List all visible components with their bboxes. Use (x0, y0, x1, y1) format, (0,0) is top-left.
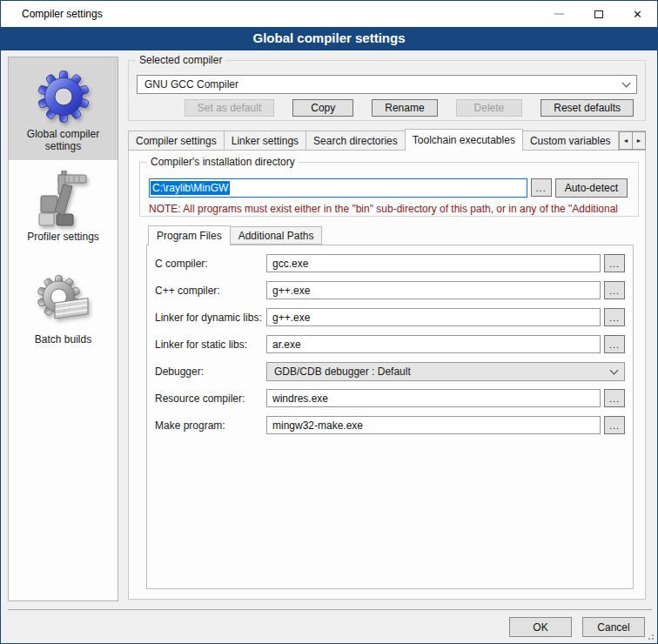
field-row-linker-static: Linker for static libs: ... (155, 335, 625, 353)
close-icon: ✕ (633, 9, 642, 20)
tab-custom-variables[interactable]: Custom variables (522, 131, 619, 151)
title-bar: Compiler settings ✕ (1, 1, 657, 27)
close-button[interactable]: ✕ (618, 1, 657, 27)
field-row-cpp-compiler: C++ compiler: ... (155, 281, 625, 299)
tab-compiler-settings[interactable]: Compiler settings (128, 131, 225, 151)
field-row-make-program: Make program: ... (155, 416, 625, 434)
compiler-settings-dialog: Compiler settings ✕ Global compiler sett… (0, 0, 658, 644)
cancel-button[interactable]: Cancel (582, 617, 645, 637)
settings-tabs: Compiler settings Linker settings Search… (128, 129, 646, 151)
field-row-resource-compiler: Resource compiler: ... (155, 389, 625, 407)
sidebar-item-profiler-settings[interactable]: Profiler settings (9, 160, 118, 263)
field-row-debugger: Debugger: GDB/CDB debugger : Default (155, 362, 625, 380)
auto-detect-button[interactable]: Auto-detect (555, 178, 628, 198)
cpp-compiler-browse-button[interactable]: ... (604, 281, 625, 299)
page-title: Global compiler settings (1, 27, 657, 50)
ok-button[interactable]: OK (509, 617, 572, 637)
sidebar-item-label: Profiler settings (24, 231, 103, 243)
debugger-select[interactable]: GDB/CDB debugger : Default (266, 362, 625, 381)
field-label: Debugger: (155, 366, 266, 378)
tab-program-files[interactable]: Program Files (148, 225, 231, 245)
program-tabs: Program Files Additional Paths (148, 225, 645, 245)
compiler-select-value: GNU GCC Compiler (144, 78, 623, 91)
footer-divider (8, 609, 652, 610)
resource-compiler-browse-button[interactable]: ... (604, 389, 625, 407)
tab-toolchain-executables[interactable]: Toolchain executables (405, 129, 523, 151)
window-title: Compiler settings (22, 8, 103, 20)
linker-static-browse-button[interactable]: ... (604, 335, 625, 353)
tab-linker-settings[interactable]: Linker settings (224, 131, 306, 151)
reset-defaults-button[interactable]: Reset defaults (540, 99, 634, 117)
selected-compiler-group: Selected compiler GNU GCC Compiler Set a… (128, 60, 646, 121)
toolchain-executables-page: Compiler's installation directory C:\ray… (128, 150, 646, 600)
resize-grip-icon[interactable] (645, 631, 654, 640)
installation-directory-group: Compiler's installation directory C:\ray… (139, 162, 639, 217)
field-row-linker-dynamic: Linker for dynamic libs: ... (155, 308, 625, 326)
make-program-browse-button[interactable]: ... (604, 416, 625, 434)
compiler-actions: Set as default Copy Rename Delete Reset … (137, 99, 634, 117)
tab-scroll-left-button[interactable]: ◄ (619, 131, 633, 150)
field-label: C++ compiler: (155, 285, 266, 297)
minimize-icon (554, 13, 564, 15)
linker-dynamic-input[interactable] (266, 308, 601, 326)
linker-dynamic-browse-button[interactable]: ... (604, 308, 625, 326)
field-label: C compiler: (155, 258, 266, 270)
delete-button[interactable]: Delete (456, 99, 523, 117)
installation-directory-value: C:\raylib\MinGW (151, 181, 230, 195)
field-label: Make program: (155, 419, 266, 432)
field-row-c-compiler: C compiler: ... (155, 254, 625, 272)
window-controls: ✕ (540, 1, 657, 27)
compiler-select[interactable]: GNU GCC Compiler (137, 75, 637, 94)
caliper-icon (36, 171, 91, 226)
settings-sidebar: Global compiler settings Profiler settin… (8, 57, 118, 601)
field-label: Linker for dynamic libs: (155, 312, 266, 324)
make-program-input[interactable] (266, 416, 601, 434)
chevron-down-icon (610, 366, 619, 374)
field-label: Linker for static libs: (155, 339, 266, 351)
program-files-page: C compiler: ... C++ compiler: ... Linker… (146, 245, 634, 589)
gear-blue-icon (36, 68, 91, 124)
maximize-icon (594, 10, 603, 18)
installation-directory-browse-button[interactable]: ... (531, 178, 552, 197)
set-as-default-button[interactable]: Set as default (185, 99, 274, 117)
debugger-select-value: GDB/CDB debugger : Default (274, 366, 611, 378)
chevron-down-icon (622, 79, 631, 88)
installation-directory-row: C:\raylib\MinGW ... Auto-detect (149, 178, 628, 198)
sidebar-item-batch-builds[interactable]: Batch builds (9, 263, 118, 366)
gear-stack-icon (36, 273, 91, 329)
sidebar-item-label: Global compiler settings (9, 128, 118, 152)
tab-scroll-buttons: ◄ ► (620, 131, 646, 150)
maximize-button[interactable] (579, 1, 618, 27)
minimize-button[interactable] (540, 1, 579, 27)
arrow-right-icon: ► (636, 138, 642, 144)
tab-scroll-right-button[interactable]: ► (632, 131, 646, 150)
cpp-compiler-input[interactable] (266, 281, 601, 299)
c-compiler-browse-button[interactable]: ... (604, 254, 625, 272)
c-compiler-input[interactable] (266, 254, 601, 272)
field-label: Resource compiler: (155, 392, 266, 405)
installation-directory-note: NOTE: All programs must exist either in … (149, 203, 637, 215)
arrow-left-icon: ◄ (623, 138, 629, 144)
copy-button[interactable]: Copy (292, 99, 353, 117)
group-label: Compiler's installation directory (147, 156, 299, 168)
linker-static-input[interactable] (266, 335, 601, 353)
tab-additional-paths[interactable]: Additional Paths (230, 226, 323, 245)
sidebar-item-label: Batch builds (31, 333, 95, 345)
rename-button[interactable]: Rename (372, 99, 437, 117)
group-label: Selected compiler (136, 54, 225, 66)
resource-compiler-input[interactable] (266, 389, 601, 407)
sidebar-item-global-compiler-settings[interactable]: Global compiler settings (9, 57, 118, 160)
tab-search-directories[interactable]: Search directories (306, 131, 406, 151)
installation-directory-input[interactable]: C:\raylib\MinGW (149, 178, 527, 198)
